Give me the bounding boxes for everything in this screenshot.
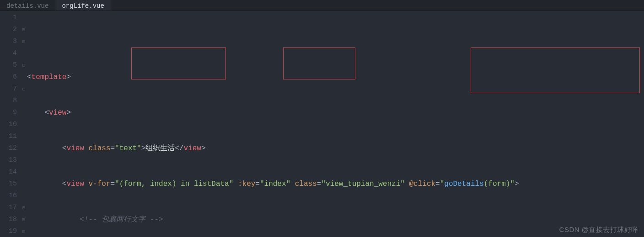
- line-number: 19: [0, 226, 17, 237]
- line-number: 10: [0, 119, 17, 131]
- fold-marker[interactable]: ⊟: [21, 214, 27, 226]
- fold-marker[interactable]: [21, 47, 27, 59]
- line-number-gutter: 1 2 3 4 5 6 7 8 9 10 11 12 13 14 15 16 1…: [0, 11, 21, 237]
- highlight-box: [471, 47, 640, 93]
- fold-marker[interactable]: [21, 154, 27, 166]
- fold-marker[interactable]: [21, 71, 27, 83]
- fold-marker[interactable]: [21, 131, 27, 142]
- fold-marker[interactable]: [21, 178, 27, 190]
- code-line: <view v-for="(form, index) in listData" …: [27, 178, 644, 190]
- fold-marker[interactable]: [21, 190, 27, 202]
- line-number: 18: [0, 214, 17, 226]
- line-number: 12: [0, 142, 17, 154]
- fold-marker[interactable]: ⊟: [21, 59, 27, 71]
- fold-marker[interactable]: ⊟: [21, 202, 27, 214]
- code-area[interactable]: <template> <view> <view class="text">组织生…: [27, 11, 644, 237]
- line-number: 5: [0, 59, 17, 71]
- code-line: [27, 36, 644, 47]
- fold-marker[interactable]: [21, 12, 27, 24]
- fold-marker[interactable]: ⊟: [21, 36, 27, 47]
- code-line: <view class="text">组织生活</view>: [27, 142, 644, 154]
- line-number: 1: [0, 12, 17, 24]
- editor: 1 2 3 4 5 6 7 8 9 10 11 12 13 14 15 16 1…: [0, 11, 644, 237]
- line-number: 4: [0, 47, 17, 59]
- code-line: <!-- 包裹两行文字 -->: [27, 214, 644, 226]
- code-line: <template>: [27, 71, 644, 83]
- fold-gutter: ⊟ ⊟ ⊟ ⊟ ⊟ ⊟ ⊟: [21, 11, 27, 237]
- line-number: 15: [0, 178, 17, 190]
- line-number: 17: [0, 202, 17, 214]
- line-number: 7: [0, 83, 17, 95]
- code-line: <view>: [27, 107, 644, 119]
- line-number: 14: [0, 166, 17, 178]
- line-number: 11: [0, 131, 17, 142]
- watermark: CSDN @直接去打球好咩: [559, 226, 639, 234]
- fold-marker[interactable]: ⊟: [21, 83, 27, 95]
- fold-marker[interactable]: [21, 95, 27, 107]
- fold-marker[interactable]: ⊟: [21, 226, 27, 237]
- line-number: 3: [0, 36, 17, 47]
- fold-marker[interactable]: [21, 166, 27, 178]
- fold-marker[interactable]: [21, 119, 27, 131]
- fold-marker[interactable]: ⊟: [21, 24, 27, 36]
- line-number: 8: [0, 95, 17, 107]
- line-number: 2: [0, 24, 17, 36]
- line-number: 16: [0, 190, 17, 202]
- line-number: 13: [0, 154, 17, 166]
- fold-marker[interactable]: [21, 142, 27, 154]
- tab-details[interactable]: details.vue: [0, 0, 55, 11]
- tab-bar: details.vue orgLife.vue: [0, 0, 644, 11]
- line-number: 9: [0, 107, 17, 119]
- fold-marker[interactable]: [21, 107, 27, 119]
- tab-orglife[interactable]: orgLife.vue: [55, 0, 111, 11]
- line-number: 6: [0, 71, 17, 83]
